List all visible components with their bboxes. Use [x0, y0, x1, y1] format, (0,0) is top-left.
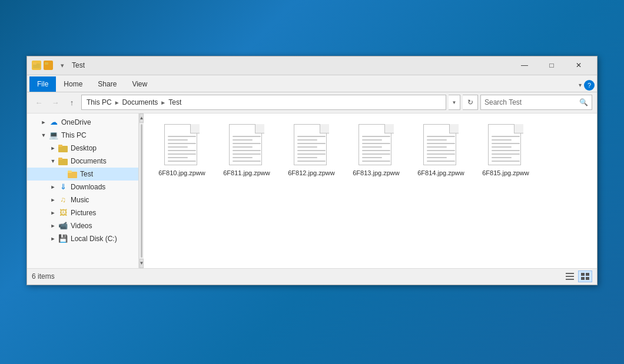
address-dropdown[interactable]: ▼	[449, 95, 460, 110]
file-icon-0	[164, 124, 200, 166]
file-item-1[interactable]: 6F811.jpg.zpww	[214, 119, 279, 182]
qat-down-arrow[interactable]: ▾	[58, 61, 67, 70]
computer-icon: 💻	[48, 131, 59, 140]
file-name-4: 6F814.jpg.zpww	[417, 169, 464, 177]
breadcrumb-arrow-2: ►	[160, 99, 166, 106]
svg-rect-1	[33, 62, 36, 65]
sidebar-label-onedrive: OneDrive	[61, 118, 91, 126]
svg-rect-16	[586, 277, 589, 280]
title-icon-1	[32, 61, 41, 70]
address-bar: ← → ↑ This PC ► Documents ► Test ▼ ↻ 🔍	[27, 92, 597, 113]
breadcrumb-test[interactable]: Test	[168, 98, 181, 106]
expand-arrow-this-pc: ▼	[39, 132, 48, 138]
tab-file[interactable]: File	[29, 76, 56, 92]
ribbon: File Home Share View ▾ ?	[27, 75, 597, 92]
svg-rect-15	[581, 277, 585, 280]
search-icon[interactable]: 🔍	[579, 98, 588, 106]
file-item-4[interactable]: 6F814.jpg.zpww	[409, 119, 473, 182]
svg-rect-7	[58, 158, 62, 160]
downloads-icon: ⇓	[58, 182, 68, 192]
content-area: ► ☁ OneDrive ▼ 💻 This PC ► Desktop ▼	[27, 113, 597, 268]
sidebar-item-pictures[interactable]: ► 🖼 Pictures	[27, 206, 138, 219]
search-input[interactable]	[484, 98, 577, 106]
sidebar-item-downloads[interactable]: ► ⇓ Downloads	[27, 181, 138, 193]
expand-arrow-onedrive: ►	[39, 119, 48, 125]
sidebar-item-documents[interactable]: ▼ Documents	[27, 155, 138, 168]
tab-share[interactable]: Share	[90, 76, 124, 92]
sidebar-item-music[interactable]: ► ♫ Music	[27, 193, 138, 206]
file-list: 6F810.jpg.zpww 6F811.jpg.zpww	[144, 113, 597, 268]
svg-rect-10	[566, 273, 574, 274]
file-icon-2	[294, 124, 329, 166]
breadcrumb-arrow-1: ►	[114, 99, 120, 106]
maximize-button[interactable]: □	[538, 56, 565, 75]
file-icon-1	[229, 124, 264, 166]
forward-button[interactable]: →	[48, 95, 62, 109]
file-item-5[interactable]: 6F815.jpg.zpww	[473, 119, 538, 182]
sidebar-item-test[interactable]: Test	[27, 168, 138, 181]
cloud-icon: ☁	[48, 118, 59, 127]
title-icon-2	[44, 61, 53, 70]
back-button[interactable]: ←	[32, 95, 46, 109]
expand-arrow-pictures: ►	[48, 210, 58, 216]
grid-view-button[interactable]	[578, 271, 592, 282]
file-item-0[interactable]: 6F810.jpg.zpww	[150, 119, 214, 182]
sidebar-label-videos: Videos	[71, 222, 92, 230]
sidebar-item-onedrive[interactable]: ► ☁ OneDrive	[27, 116, 138, 129]
sidebar-item-videos[interactable]: ► 📹 Videos	[27, 219, 138, 232]
file-item-2[interactable]: 6F812.jpg.zpww	[279, 119, 344, 182]
folder-icon-test	[67, 169, 78, 179]
music-icon: ♫	[58, 195, 68, 205]
file-name-3: 6F813.jpg.zpww	[353, 169, 400, 177]
title-bar: ▾ Test — □ ✕	[27, 56, 597, 75]
videos-icon: 📹	[58, 221, 68, 231]
ribbon-tab-bar: File Home Share View ▾ ?	[27, 75, 597, 92]
explorer-window: ▾ Test — □ ✕ File Home Share View ▾ ? ← …	[26, 56, 598, 285]
sidebar-item-desktop[interactable]: ► Desktop	[27, 142, 138, 155]
svg-rect-5	[58, 145, 62, 147]
sidebar-item-this-pc[interactable]: ▼ 💻 This PC	[27, 129, 138, 142]
expand-arrow-videos: ►	[48, 223, 58, 229]
sidebar-label-desktop: Desktop	[71, 144, 97, 152]
window-controls: — □ ✕	[511, 56, 592, 75]
expand-arrow-local-disk: ►	[48, 236, 58, 242]
breadcrumb-this-pc[interactable]: This PC	[87, 98, 112, 106]
sidebar-label-local-disk: Local Disk (C:)	[71, 235, 117, 243]
ribbon-right-controls: ▾ ?	[579, 80, 595, 92]
folder-icon-documents	[58, 156, 68, 166]
file-icon-3	[359, 124, 394, 166]
disk-icon: 💾	[58, 234, 68, 243]
expand-arrow-documents: ▼	[48, 158, 58, 164]
help-button[interactable]: ?	[584, 80, 595, 91]
file-name-2: 6F812.jpg.zpww	[288, 169, 335, 177]
window-title: Test	[72, 61, 511, 69]
scroll-down-button[interactable]: ▼	[140, 259, 144, 268]
ribbon-collapse-icon[interactable]: ▾	[579, 82, 582, 88]
svg-rect-11	[566, 276, 574, 277]
refresh-button[interactable]: ↻	[463, 95, 478, 110]
scroll-thumb[interactable]	[141, 124, 142, 258]
sidebar-label-documents: Documents	[71, 157, 107, 165]
expand-arrow-desktop: ►	[48, 145, 58, 151]
file-name-0: 6F810.jpg.zpww	[158, 169, 205, 177]
tab-home[interactable]: Home	[56, 76, 90, 92]
address-path[interactable]: This PC ► Documents ► Test	[81, 95, 446, 110]
close-button[interactable]: ✕	[565, 56, 592, 75]
minimize-button[interactable]: —	[511, 56, 538, 75]
sidebar-item-local-disk[interactable]: ► 💾 Local Disk (C:)	[27, 232, 138, 245]
svg-rect-3	[45, 62, 48, 65]
pictures-icon: 🖼	[58, 208, 68, 218]
up-button[interactable]: ↑	[65, 95, 79, 109]
scroll-up-button[interactable]: ▲	[140, 113, 144, 123]
view-toggle-buttons	[563, 271, 592, 282]
sidebar-scrollbar: ▲ ▼	[139, 113, 144, 268]
sidebar-label-downloads: Downloads	[71, 183, 105, 191]
file-name-5: 6F815.jpg.zpww	[482, 169, 529, 177]
search-box[interactable]: 🔍	[480, 95, 592, 110]
list-view-button[interactable]	[563, 271, 577, 282]
file-icon-5	[488, 124, 523, 166]
file-item-3[interactable]: 6F813.jpg.zpww	[344, 119, 409, 182]
status-item-count: 6 items	[32, 272, 563, 280]
tab-view[interactable]: View	[124, 76, 155, 92]
breadcrumb-documents[interactable]: Documents	[122, 98, 158, 106]
